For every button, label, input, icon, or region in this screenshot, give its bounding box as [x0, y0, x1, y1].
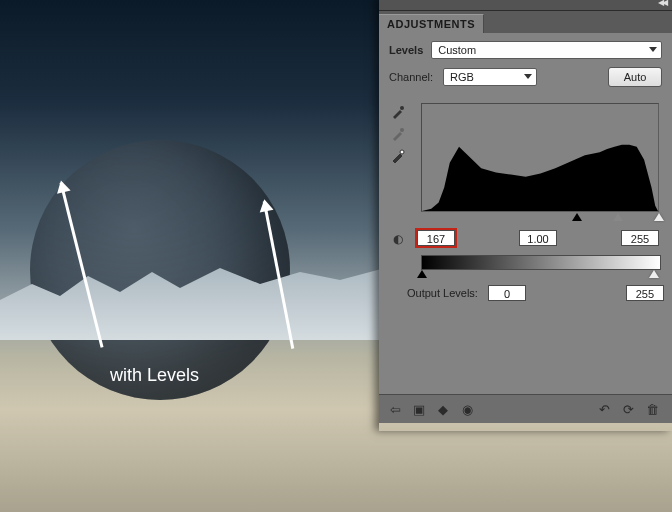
svg-point-2 [400, 150, 404, 154]
expand-view-icon[interactable]: ▣ [409, 400, 429, 418]
eyedropper-group [389, 103, 407, 169]
highlight-input[interactable]: 255 [621, 230, 659, 246]
panel-header[interactable]: ◀◀ [379, 0, 672, 11]
output-high-handle[interactable] [649, 270, 659, 278]
clip-toggle-icon[interactable]: ◐ [389, 230, 407, 248]
annotation-text: with Levels [110, 365, 199, 386]
panel-body: Levels Custom Channel: RGB Auto [379, 33, 672, 423]
preset-dropdown[interactable]: Custom [431, 41, 662, 59]
tab-adjustments[interactable]: ADJUSTMENTS [379, 14, 484, 33]
trash-icon[interactable]: 🗑 [642, 400, 662, 418]
output-high-input[interactable]: 255 [626, 285, 664, 301]
return-to-list-icon[interactable]: ⇦ [385, 400, 405, 418]
svg-point-0 [400, 106, 404, 110]
auto-button[interactable]: Auto [608, 67, 662, 87]
histogram [421, 103, 659, 212]
gray-point-eyedropper-icon[interactable] [389, 125, 407, 143]
shadow-slider-handle[interactable] [572, 213, 582, 221]
svg-point-1 [400, 128, 404, 132]
input-slider[interactable] [421, 213, 659, 227]
svg-marker-3 [422, 145, 658, 211]
planet-shape [30, 140, 290, 400]
output-slider[interactable] [421, 270, 659, 282]
output-low-handle[interactable] [417, 270, 427, 278]
channel-value: RGB [450, 71, 474, 83]
panel-footer: ⇦ ▣ ◆ ◉ ↶ ⟳ 🗑 [379, 394, 672, 423]
midtone-slider-handle[interactable] [613, 213, 623, 221]
collapse-arrows-icon[interactable]: ◀◀ [658, 0, 666, 7]
reset-icon[interactable]: ⟳ [618, 400, 638, 418]
highlight-slider-handle[interactable] [654, 213, 664, 221]
adjustments-panel: ◀◀ ADJUSTMENTS Levels Custom Channel: RG… [379, 0, 672, 431]
channel-label: Channel: [389, 71, 433, 83]
histogram-plot [422, 104, 658, 211]
channel-dropdown[interactable]: RGB [443, 68, 537, 86]
adjustment-type-label: Levels [389, 44, 423, 56]
panel-tab-bar: ADJUSTMENTS [379, 11, 672, 33]
preset-value: Custom [438, 44, 476, 56]
output-gradient [421, 255, 661, 270]
output-low-input[interactable]: 0 [488, 285, 526, 301]
visibility-icon[interactable]: ◉ [457, 400, 477, 418]
white-point-eyedropper-icon[interactable] [389, 147, 407, 165]
clip-to-layer-icon[interactable]: ◆ [433, 400, 453, 418]
midtone-input[interactable]: 1.00 [519, 230, 557, 246]
black-point-eyedropper-icon[interactable] [389, 103, 407, 121]
output-levels-label: Output Levels: [407, 287, 478, 299]
previous-state-icon[interactable]: ↶ [594, 400, 614, 418]
shadow-input[interactable]: 167 [417, 230, 455, 246]
